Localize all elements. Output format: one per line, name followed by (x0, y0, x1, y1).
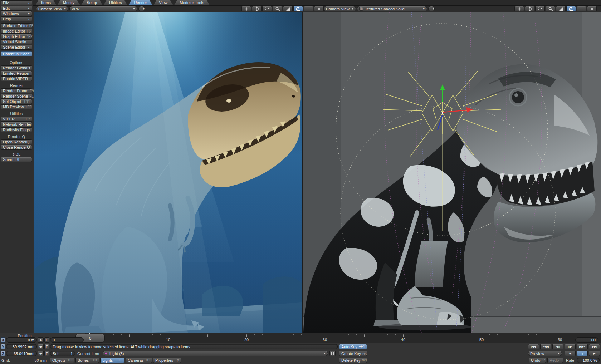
menu-windows[interactable]: Windows▼ (1, 11, 32, 16)
redo-button[interactable]: Redo (547, 358, 563, 363)
right-render-mode-dropdown[interactable]: TTextured Shaded Solid▼ (357, 6, 427, 11)
left-render-mode-dropdown[interactable]: VPR▼ (69, 6, 137, 11)
render-globals-button[interactable]: Render Globals (1, 65, 32, 70)
viper-button[interactable]: VIPERF7 (1, 117, 32, 122)
create-key-button[interactable]: Create Keyret (339, 351, 367, 356)
chevron-down-icon: ▼ (26, 2, 30, 4)
z-axis-button[interactable]: Z (1, 351, 5, 356)
undo-button[interactable]: Undo^Z (529, 358, 546, 363)
camera-icon[interactable] (566, 6, 576, 11)
tab-view[interactable]: View (153, 0, 174, 5)
tab-utilities[interactable]: Utilities (103, 0, 127, 5)
move-icon[interactable] (514, 6, 524, 11)
limited-region-button[interactable]: Limited Regionl (1, 71, 32, 76)
move-icon[interactable] (241, 6, 251, 11)
close-renderq-button[interactable]: Close RenderQ (1, 145, 32, 150)
play-reverse-button[interactable]: ◀ (565, 351, 576, 356)
scene-editor-button[interactable]: Scene Editor▼ (1, 45, 32, 50)
left-view-mode-dropdown[interactable]: Camera View▼ (36, 6, 68, 11)
sidebar-header-sibl: sIBL (1, 152, 32, 156)
next-frame-button[interactable]: ||▶ (565, 344, 576, 349)
current-item-dropdown[interactable]: Light (3)▼ (103, 351, 328, 356)
pan-icon[interactable] (525, 6, 534, 11)
expand-icon[interactable] (587, 6, 597, 11)
zoom-icon[interactable] (273, 6, 282, 11)
virtual-studio-button[interactable]: Virtual Studio (1, 39, 32, 44)
x-envelope-button[interactable]: E (44, 337, 49, 343)
zoom-icon[interactable] (546, 6, 555, 11)
z-envelope-button[interactable]: E (44, 351, 49, 356)
right-view-mode-dropdown[interactable]: Camera View▼ (324, 6, 356, 11)
chevron-down-icon: ▼ (26, 46, 30, 49)
enable-viper-button[interactable]: Enable VIPER (1, 76, 32, 81)
bones-mode-button[interactable]: Bones+B (75, 358, 99, 363)
z-position-field[interactable]: -65.0419mm (6, 351, 37, 356)
network-render-button[interactable]: Network Render (1, 122, 32, 127)
previous-key-button[interactable]: +◀◀ (540, 344, 551, 349)
preview-dropdown[interactable]: Preview▼ (528, 351, 562, 356)
auto-key-button[interactable]: Auto Key+F1 (339, 344, 367, 349)
render-scene-button[interactable]: Render SceneF10 (1, 94, 32, 99)
selection-count-field: Sel:1 (50, 351, 75, 356)
item-list-button[interactable] (329, 351, 336, 356)
tab-render[interactable]: Render (128, 0, 153, 5)
opengl-shaded-viewport[interactable] (303, 12, 601, 333)
timeline-ruler[interactable]: 10 20 30 40 50 60 (85, 333, 601, 343)
maximize-icon[interactable] (556, 6, 566, 11)
render-frame-button[interactable]: Render FrameF9 (1, 88, 32, 93)
smart-ibl-button[interactable]: Smart IBL (1, 157, 32, 162)
image-editor-button[interactable]: Image EditorF6 (1, 29, 32, 34)
go-to-start-button[interactable]: |◀◀ (528, 344, 539, 349)
graph-editor-button[interactable]: Graph Editor^F2 (1, 34, 32, 39)
x-position-field[interactable]: 0 m (6, 337, 37, 343)
y-envelope-button[interactable]: E (44, 344, 49, 349)
pan-icon[interactable] (252, 6, 262, 11)
y-stepper[interactable]: ◀▶ (38, 344, 44, 349)
delete-key-button[interactable]: Delete Keydel (339, 358, 367, 363)
open-renderq-button[interactable]: Open RenderQ (1, 139, 32, 144)
cameras-mode-button[interactable]: Cameras+C (126, 358, 152, 363)
tab-modeler-tools[interactable]: Modeler Tools (174, 0, 210, 5)
y-position-field[interactable]: 39.9992 mm (6, 344, 37, 349)
menu-help[interactable]: Help▼ (1, 16, 32, 21)
tab-modify[interactable]: Modify (57, 0, 80, 5)
mb-preview-button[interactable]: MB Preview+F9 (1, 104, 32, 109)
lights-mode-button[interactable]: Lights+L (100, 358, 124, 363)
menu-file[interactable]: File▼ (1, 0, 32, 5)
sel-object-button[interactable]: Sel ObjectF11 (1, 99, 32, 104)
right-extra-dropdown[interactable]: ▼ (428, 6, 435, 11)
objects-mode-button[interactable]: Objects+O (50, 358, 74, 363)
go-to-end-button[interactable]: ▶▶| (589, 344, 600, 349)
last-frame-field[interactable]: 60 (575, 337, 598, 343)
sidebar-header-render: Render (1, 83, 32, 88)
surface-editor-button[interactable]: Surface EditorF5 (1, 23, 32, 28)
x-axis-button[interactable]: X (1, 337, 5, 343)
chevron-down-icon: ▼ (350, 8, 354, 10)
x-stepper[interactable]: ◀▶ (38, 337, 44, 343)
left-extra-dropdown[interactable]: ▼ (138, 6, 145, 11)
list-icon[interactable] (304, 6, 313, 11)
expand-icon[interactable] (314, 6, 324, 11)
pause-button[interactable]: || (577, 351, 588, 356)
y-axis-button[interactable]: Y (1, 344, 5, 349)
camera-icon[interactable] (293, 6, 303, 11)
timeline-tick-label: 20 (239, 338, 254, 342)
play-button[interactable]: ▶ (589, 351, 600, 356)
next-key-button[interactable]: ▶▶+ (577, 344, 588, 349)
vpr-render-viewport[interactable] (34, 12, 302, 333)
parent-in-place-button[interactable]: Parent in Place (1, 51, 32, 56)
radiosity-flags-button[interactable]: Radiosity Flags (1, 127, 32, 132)
rate-field[interactable]: 100.0 % (577, 358, 600, 363)
trex-eye (512, 91, 524, 103)
rotate-icon[interactable] (535, 6, 545, 11)
menu-edit[interactable]: Edit▼ (1, 6, 32, 11)
tab-items[interactable]: Items (35, 0, 57, 5)
z-stepper[interactable]: ◀▶ (38, 351, 44, 356)
rotate-icon[interactable] (262, 6, 272, 11)
properties-button[interactable]: Propertiesp (153, 358, 181, 363)
tab-setup[interactable]: Setup (81, 0, 103, 5)
list-icon[interactable] (577, 6, 586, 11)
previous-frame-button[interactable]: ◀|| (552, 344, 563, 349)
maximize-icon[interactable] (283, 6, 293, 11)
current-frame-field[interactable]: 0 (50, 337, 84, 343)
